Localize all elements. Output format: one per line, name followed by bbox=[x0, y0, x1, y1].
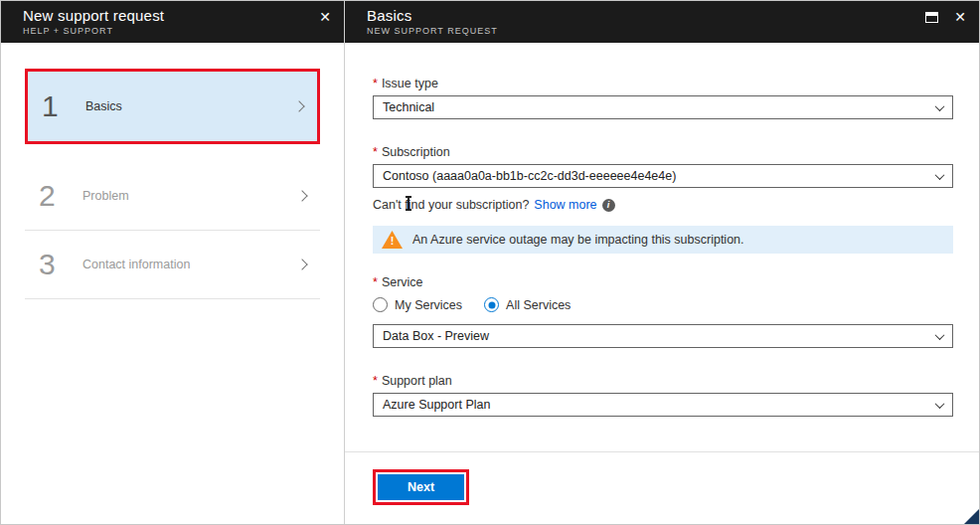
service-label: *Service bbox=[373, 275, 953, 289]
service-field: *Service My Services All Services Data B… bbox=[373, 275, 953, 348]
maximize-icon[interactable] bbox=[925, 12, 938, 23]
subscription-label-text: Subscription bbox=[382, 145, 450, 159]
resize-corner-icon bbox=[964, 509, 979, 524]
service-label-text: Service bbox=[382, 275, 423, 289]
support-plan-label-text: Support plan bbox=[382, 374, 452, 388]
chevron-down-icon bbox=[935, 170, 945, 180]
issue-type-value: Technical bbox=[383, 100, 434, 114]
divider bbox=[25, 298, 320, 299]
show-more-link[interactable]: Show more bbox=[534, 198, 596, 212]
step-label: Basics bbox=[85, 99, 122, 113]
required-asterisk: * bbox=[373, 145, 378, 159]
basics-blade: Basics NEW SUPPORT REQUEST ✕ *Issue type… bbox=[345, 1, 979, 524]
chevron-down-icon bbox=[935, 101, 945, 111]
chevron-right-icon bbox=[296, 190, 307, 201]
warning-exclaim: ! bbox=[382, 235, 403, 248]
right-blade-header: Basics NEW SUPPORT REQUEST ✕ bbox=[345, 1, 979, 43]
issue-type-label-text: Issue type bbox=[382, 77, 438, 90]
step-label: Problem bbox=[82, 189, 129, 203]
step-number: 2 bbox=[39, 179, 75, 213]
right-blade-subtitle: NEW SUPPORT REQUEST bbox=[367, 26, 965, 36]
warning-banner: ! An Azure service outage may be impacti… bbox=[373, 226, 953, 254]
service-value: Data Box - Preview bbox=[383, 329, 489, 343]
radio-my-services-label: My Services bbox=[395, 298, 462, 312]
subscription-field: *Subscription Contoso (aaaa0a0a-bb1b-cc2… bbox=[373, 145, 953, 188]
step-contact-information[interactable]: 3 Contact information bbox=[25, 231, 320, 298]
basics-form: *Issue type Technical *Subscription Cont… bbox=[345, 43, 979, 451]
required-asterisk: * bbox=[373, 374, 378, 388]
right-blade-title: Basics bbox=[367, 7, 965, 24]
wizard-steps: 1 Basics 2 Problem 3 Contact information bbox=[1, 43, 344, 524]
chevron-right-icon bbox=[296, 259, 307, 269]
issue-type-field: *Issue type Technical bbox=[373, 77, 953, 119]
blade-footer: Next bbox=[345, 451, 979, 524]
support-plan-dropdown[interactable]: Azure Support Plan bbox=[373, 393, 953, 417]
required-asterisk: * bbox=[373, 77, 378, 90]
radio-unselected-icon bbox=[373, 297, 388, 312]
next-button[interactable]: Next bbox=[378, 474, 464, 500]
close-icon[interactable]: ✕ bbox=[319, 10, 331, 24]
required-asterisk: * bbox=[373, 275, 378, 289]
left-blade-title: New support request bbox=[23, 7, 330, 24]
radio-all-services[interactable]: All Services bbox=[484, 297, 571, 312]
step-label: Contact information bbox=[82, 258, 190, 271]
chevron-right-icon bbox=[293, 100, 304, 111]
close-icon[interactable]: ✕ bbox=[954, 10, 966, 24]
subscription-help-row: Can't find your subscription? Show more … bbox=[373, 198, 953, 212]
service-dropdown[interactable]: Data Box - Preview bbox=[373, 324, 953, 348]
step-problem[interactable]: 2 Problem bbox=[25, 162, 320, 230]
step-number: 3 bbox=[39, 248, 75, 281]
service-radio-group: My Services All Services bbox=[373, 297, 953, 312]
chevron-down-icon bbox=[935, 330, 945, 340]
support-plan-label: *Support plan bbox=[373, 374, 953, 388]
step-basics[interactable]: 1 Basics bbox=[25, 69, 320, 144]
issue-type-dropdown[interactable]: Technical bbox=[373, 95, 953, 119]
step-number: 1 bbox=[42, 89, 78, 123]
support-plan-value: Azure Support Plan bbox=[383, 398, 490, 412]
radio-my-services[interactable]: My Services bbox=[373, 297, 462, 312]
warning-icon: ! bbox=[382, 231, 403, 249]
subscription-help-text: Can't find your subscription? bbox=[373, 198, 529, 212]
warning-text: An Azure service outage may be impacting… bbox=[412, 233, 744, 247]
wizard-blade: New support request HELP + SUPPORT ✕ 1 B… bbox=[1, 1, 345, 524]
radio-selected-icon bbox=[484, 297, 499, 312]
info-icon[interactable]: i bbox=[602, 199, 615, 212]
text-cursor-icon bbox=[408, 197, 409, 210]
issue-type-label: *Issue type bbox=[373, 77, 953, 90]
subscription-dropdown[interactable]: Contoso (aaaa0a0a-bb1b-cc2c-dd3d-eeeeee4… bbox=[373, 164, 953, 188]
left-blade-subtitle: HELP + SUPPORT bbox=[23, 26, 330, 36]
radio-all-services-label: All Services bbox=[506, 298, 571, 312]
left-blade-header: New support request HELP + SUPPORT ✕ bbox=[1, 1, 344, 43]
info-icon-glyph: i bbox=[607, 200, 610, 210]
support-plan-field: *Support plan Azure Support Plan bbox=[373, 374, 953, 417]
new-support-request-window: New support request HELP + SUPPORT ✕ 1 B… bbox=[0, 0, 980, 525]
chevron-down-icon bbox=[935, 399, 945, 409]
subscription-value: Contoso (aaaa0a0a-bb1b-cc2c-dd3d-eeeeee4… bbox=[383, 169, 676, 183]
next-button-annotation: Next bbox=[373, 469, 469, 505]
subscription-label: *Subscription bbox=[373, 145, 953, 159]
